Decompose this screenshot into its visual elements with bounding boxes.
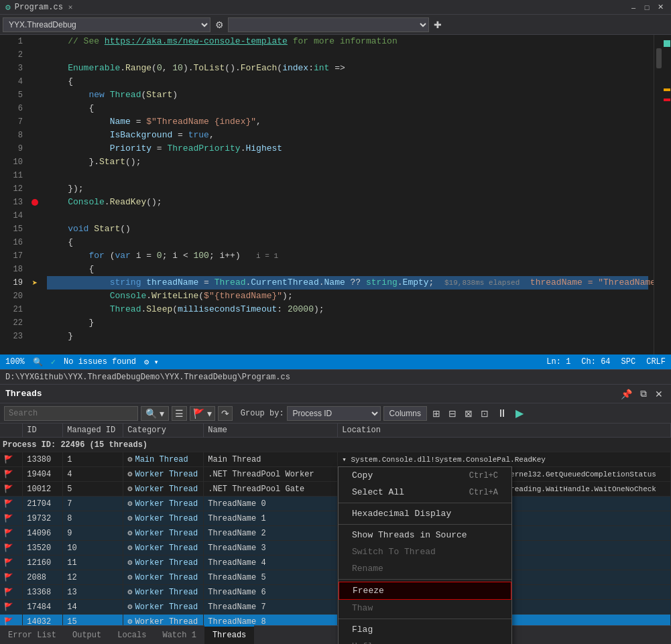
thread-toolbar-btn1[interactable]: ☰ — [172, 406, 187, 421]
expand-btn2[interactable]: ⊠ — [462, 407, 475, 420]
table-row[interactable]: 🚩 14032 15 ⚙Worker Thread ThreadName 8 S… — [0, 615, 671, 626]
thread-flag-btn[interactable]: 🚩 ▾ — [190, 406, 215, 421]
toolbar-settings-btn[interactable]: ⚙ — [212, 17, 227, 32]
group-header-row: Process ID: 22496 (15 threads) — [0, 438, 671, 452]
ctx-sep1 — [339, 503, 511, 503]
expand-cols-btn[interactable]: ⊞ — [430, 407, 443, 420]
settings-icon[interactable]: ⚙ ▾ — [144, 357, 159, 367]
ctx-select-all[interactable]: Select All Ctrl+A — [339, 484, 511, 501]
editor-scrollbar[interactable] — [654, 35, 663, 355]
table-row[interactable]: 🚩 12160 11 ⚙Worker Thread ThreadName 4 S… — [0, 556, 671, 570]
tab-close-icon[interactable]: ✕ — [68, 3, 73, 11]
line-2: 2 — [0, 48, 28, 62]
flag-cell: 🚩 — [0, 585, 23, 600]
table-row[interactable]: 🚩 13368 13 ⚙Worker Thread ThreadName 6 S… — [0, 585, 671, 600]
window-minimize[interactable]: – — [628, 2, 639, 13]
search-input[interactable] — [4, 406, 138, 421]
collapse-btn2[interactable]: ⊡ — [478, 407, 491, 420]
category-cell: ⚙Worker Thread — [123, 482, 204, 497]
id-cell: 10012 — [23, 482, 63, 497]
table-row[interactable]: 🚩 21704 7 ⚙Worker Thread ThreadName 0 St… — [0, 497, 671, 511]
tab-threads[interactable]: Threads — [204, 625, 254, 644]
name-cell: .NET ThreadPool Worker — [204, 467, 338, 482]
pause-btn[interactable]: ⏸ — [494, 406, 510, 421]
ctx-unflag: Unflag — [339, 638, 511, 644]
category-cell: ⚙Worker Thread — [123, 497, 204, 511]
columns-btn[interactable]: Columns — [383, 406, 427, 421]
col-location: Location — [338, 424, 671, 438]
name-cell: ThreadName 4 — [204, 556, 338, 570]
table-row[interactable]: 🚩 13520 10 ⚙Worker Thread ThreadName 3 S… — [0, 541, 671, 556]
panel-pin-btn[interactable]: 📌 — [618, 387, 635, 401]
table-row[interactable]: 🚩 13380 1 ⚙Main Thread Main Thread ▾ Sys… — [0, 452, 671, 467]
table-row[interactable]: 🚩 17484 14 ⚙Worker Thread ThreadName 7 S… — [0, 600, 671, 615]
table-row[interactable]: 🚩 14096 9 ⚙Worker Thread ThreadName 2 St… — [0, 526, 671, 541]
window-close[interactable]: ✕ — [655, 2, 666, 13]
ctx-hex-display[interactable]: Hexadecimal Display — [339, 505, 511, 522]
code-line-12: }); — [47, 182, 648, 196]
play-btn[interactable]: ▶ — [513, 405, 526, 421]
flag-cell: 🚩 — [0, 497, 23, 511]
code-editor[interactable]: // See https://aka.ms/new-console-templa… — [42, 35, 654, 355]
col-info: Ch: 64 — [581, 357, 610, 367]
current-line-arrow: ➤ — [32, 277, 38, 289]
window-restore[interactable]: □ — [642, 2, 652, 13]
table-header-row: ID Managed ID Category Name Location — [0, 424, 671, 438]
search-btn[interactable]: 🔍 ▾ — [141, 406, 169, 421]
code-line-22: } — [47, 316, 648, 330]
table-row[interactable]: 🚩 19732 8 ⚙Worker Thread ThreadName 1 St… — [0, 511, 671, 526]
table-row[interactable]: 🚩 10012 5 ⚙Worker Thread .NET ThreadPool… — [0, 482, 671, 497]
scroll-thumb[interactable] — [656, 48, 662, 68]
id-cell: 13380 — [23, 452, 63, 467]
line-1: 1 — [0, 35, 28, 48]
ctx-show-threads[interactable]: Show Threads in Source — [339, 527, 511, 543]
ctx-thaw-label: Thaw — [352, 603, 373, 613]
id-cell: 2088 — [23, 570, 63, 585]
table-row[interactable]: 🚩 2088 12 ⚙Worker Thread ThreadName 5 St… — [0, 570, 671, 585]
line-10: 10 — [0, 155, 28, 169]
breakpoint-13[interactable] — [32, 199, 38, 206]
line-3: 3 — [0, 62, 28, 75]
flag-cell: 🚩 — [0, 526, 23, 541]
build-config-dropdown[interactable]: YYX.ThreadDebug — [3, 17, 210, 32]
panel-float-btn[interactable]: ⧉ — [637, 387, 650, 401]
zoom-icon[interactable]: 🔍 — [33, 357, 43, 367]
ctx-select-all-label: Select All — [352, 487, 404, 497]
group-header-cell: Process ID: 22496 (15 threads) — [0, 438, 671, 452]
status-bar: 100% 🔍 ✓ No issues found ⚙ ▾ Ln: 1 Ch: 6… — [0, 355, 671, 369]
ctx-freeze[interactable]: Freeze — [339, 582, 511, 600]
flag-cell: 🚩 — [0, 570, 23, 585]
tab-locals[interactable]: Locals — [109, 625, 154, 644]
id-cell: 12160 — [23, 556, 63, 570]
threads-table-container[interactable]: ID Managed ID Category Name Location Pro… — [0, 424, 671, 625]
table-row[interactable]: 🚩 19404 4 ⚙Worker Thread .NET ThreadPool… — [0, 467, 671, 482]
code-line-10: }.Start(); — [47, 155, 648, 169]
platform-dropdown[interactable] — [228, 17, 429, 32]
tab-error-list[interactable]: Error List — [0, 625, 64, 644]
ctx-flag[interactable]: Flag — [339, 621, 511, 638]
col-name: Name — [204, 424, 338, 438]
name-cell: ThreadName 3 — [204, 541, 338, 556]
id-cell: 21704 — [23, 497, 63, 511]
status-left: 100% 🔍 ✓ No issues found ⚙ ▾ — [5, 357, 159, 367]
thread-step-btn[interactable]: ↷ — [218, 406, 233, 421]
file-path: D:\YYXGithub\YYX.ThreadDebugDemo\YYX.Thr… — [5, 373, 290, 382]
ctx-thaw: Thaw — [339, 600, 511, 617]
location-cell: ▾ System.Console.dll!System.ConsolePal.R… — [338, 452, 671, 467]
file-icon: ⚙ — [5, 2, 11, 13]
tab-output[interactable]: Output — [64, 625, 109, 644]
group-by-dropdown[interactable]: Process ID — [287, 406, 381, 421]
code-line-4: { — [47, 75, 648, 88]
name-cell: .NET ThreadPool Gate — [204, 482, 338, 497]
bottom-tabs: Error List Output Locals Watch 1 Threads — [0, 625, 671, 644]
tab-watch1[interactable]: Watch 1 — [154, 625, 204, 644]
managed-cell: 9 — [63, 526, 123, 541]
code-line-9: Priority = ThreadPriority.Highest — [47, 142, 648, 155]
ctx-copy[interactable]: Copy Ctrl+C — [339, 467, 511, 484]
panel-close-btn[interactable]: ✕ — [652, 387, 666, 401]
collapse-cols-btn[interactable]: ⊟ — [446, 407, 459, 420]
toolbar-add-btn[interactable]: ✚ — [430, 17, 445, 32]
code-line-3: Enumerable.Range(0, 10).ToList().ForEach… — [47, 62, 648, 75]
category-cell: ⚙Worker Thread — [123, 570, 204, 585]
panel-controls: 📌 ⧉ ✕ — [618, 387, 666, 401]
